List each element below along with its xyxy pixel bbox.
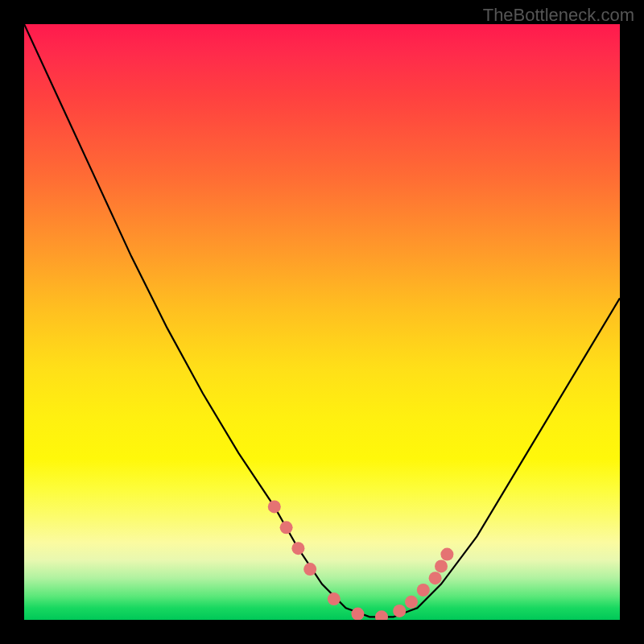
highlight-dot <box>405 596 418 609</box>
highlight-dot <box>440 548 453 561</box>
chart-svg <box>24 24 620 620</box>
plot-area <box>24 24 620 620</box>
highlight-dot <box>435 559 448 572</box>
highlight-dots-group <box>268 500 454 620</box>
watermark-text: TheBottleneck.com <box>483 5 634 26</box>
highlight-dot <box>303 563 316 576</box>
highlight-dot <box>417 584 430 597</box>
highlight-dot <box>393 605 406 617</box>
highlight-dot <box>268 500 281 513</box>
highlight-dot <box>429 572 442 584</box>
highlight-dot <box>280 521 293 534</box>
bottleneck-curve-path <box>24 24 620 617</box>
highlight-dot <box>328 592 341 605</box>
highlight-dot <box>291 542 304 555</box>
highlight-dot <box>375 610 388 620</box>
highlight-dot <box>351 608 364 620</box>
